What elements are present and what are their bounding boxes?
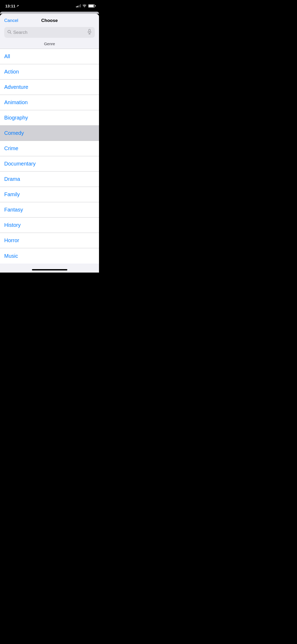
genre-label-music: Music	[4, 253, 18, 259]
list-item[interactable]: Biography	[0, 110, 99, 126]
wifi-icon	[82, 4, 87, 8]
list-item[interactable]: Documentary	[0, 156, 99, 172]
title-row: Cancel Choose	[4, 18, 95, 23]
genre-label-crime: Crime	[4, 145, 18, 151]
genre-label-documentary: Documentary	[4, 161, 36, 167]
microphone-icon[interactable]	[87, 29, 92, 36]
search-icon	[7, 30, 12, 35]
list-item[interactable]: Comedy	[0, 126, 99, 141]
search-input[interactable]	[13, 30, 86, 35]
genre-label-family: Family	[4, 191, 20, 197]
home-indicator	[0, 264, 99, 273]
list-item[interactable]: Adventure	[0, 80, 99, 95]
svg-line-1	[10, 33, 11, 34]
genre-label-comedy: Comedy	[4, 130, 24, 136]
genre-label-all: All	[4, 53, 10, 59]
genre-list: AllActionAdventureAnimationBiographyCome…	[0, 49, 99, 264]
genre-label-adventure: Adventure	[4, 84, 28, 90]
list-item[interactable]: Fantasy	[0, 202, 99, 218]
section-label: Genre	[0, 42, 99, 49]
genre-label-biography: Biography	[4, 115, 28, 121]
status-time: 13:11 ↗	[5, 4, 19, 8]
list-item[interactable]: Drama	[0, 172, 99, 187]
sheet-header: Cancel Choose	[0, 14, 99, 38]
status-icons	[76, 4, 95, 8]
genre-label-action: Action	[4, 69, 19, 75]
list-item[interactable]: Family	[0, 187, 99, 202]
location-arrow-icon: ↗	[16, 4, 19, 8]
list-item[interactable]: Animation	[0, 95, 99, 110]
list-item[interactable]: Action	[0, 64, 99, 80]
search-bar[interactable]	[4, 27, 95, 38]
battery-icon	[88, 4, 95, 8]
list-item[interactable]: All	[0, 49, 99, 64]
sheet-container: Cancel Choose Genre AllAc	[0, 14, 99, 273]
genre-label-history: History	[4, 222, 21, 228]
genre-label-fantasy: Fantasy	[4, 207, 23, 213]
list-item[interactable]: History	[0, 218, 99, 233]
sheet-title: Choose	[41, 18, 58, 23]
list-item[interactable]: Crime	[0, 141, 99, 156]
list-item[interactable]: Horror	[0, 233, 99, 248]
cancel-button[interactable]: Cancel	[4, 18, 18, 23]
status-bar: 13:11 ↗	[0, 0, 99, 12]
signal-icon	[76, 4, 81, 7]
time-display: 13:11	[5, 4, 15, 8]
background-sheet-peek	[0, 12, 99, 14]
genre-label-horror: Horror	[4, 237, 19, 243]
svg-rect-2	[89, 29, 90, 32]
genre-label-drama: Drama	[4, 176, 20, 182]
home-bar	[32, 269, 67, 270]
list-item[interactable]: Music	[0, 248, 99, 264]
genre-label-animation: Animation	[4, 99, 28, 105]
